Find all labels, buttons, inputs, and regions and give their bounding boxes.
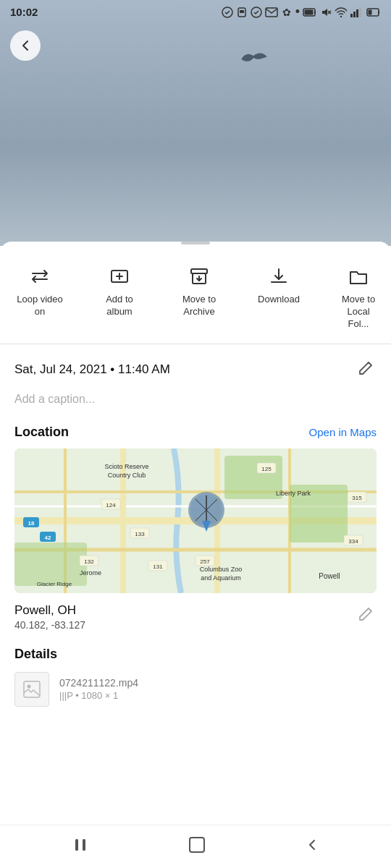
date-value: Sat, Jul 24, 2021 <box>14 362 107 376</box>
pause-icon <box>71 835 90 854</box>
svg-text:Powell: Powell <box>319 572 340 580</box>
map-svg: 18 42 124 133 132 257 131 125 315 334 <box>14 448 377 593</box>
svg-text:131: 131 <box>153 563 163 570</box>
location-coords: 40.182, -83.127 <box>14 619 85 631</box>
loop-video-icon <box>27 263 53 289</box>
map-container[interactable]: 18 42 124 133 132 257 131 125 315 334 <box>14 448 377 593</box>
details-section: Details 0724211122.mp4 |||P • 1080 × 1 <box>0 631 391 707</box>
svg-rect-11 <box>350 14 353 17</box>
location-section: Location Open in Maps <box>0 412 391 631</box>
status-bar: 10:02 ✿ • <box>0 0 391 24</box>
svg-point-72 <box>28 684 31 688</box>
bottom-nav <box>0 825 391 868</box>
move-local-label: Move toLocalFol... <box>342 294 375 331</box>
bottom-sheet: Loop videoon Add toalbum <box>0 242 391 779</box>
svg-text:18: 18 <box>28 520 35 527</box>
svg-text:125: 125 <box>261 466 272 472</box>
svg-rect-73 <box>75 839 78 851</box>
sheet-handle <box>181 242 210 244</box>
status-time: 10:02 <box>10 6 38 18</box>
check2-icon <box>251 7 262 18</box>
pencil-location-icon <box>358 606 374 622</box>
svg-text:Glacier Ridge: Glacier Ridge <box>37 581 72 587</box>
location-title: Location <box>14 425 69 440</box>
svg-text:315: 315 <box>352 495 362 501</box>
location-details: Powell, OH 40.182, -83.127 <box>14 603 377 631</box>
location-text-block: Powell, OH 40.182, -83.127 <box>14 603 85 631</box>
chevron-left-icon <box>304 837 320 853</box>
caption-placeholder[interactable]: Add a caption... <box>14 390 377 409</box>
date-row: Sat, Jul 24, 2021 • 11:40 AM <box>14 357 377 383</box>
battery-icon <box>303 8 317 17</box>
svg-rect-4 <box>266 8 277 17</box>
details-title: Details <box>14 647 377 662</box>
action-download[interactable]: Download <box>239 259 319 310</box>
svg-text:42: 42 <box>45 535 51 541</box>
home-icon <box>188 835 206 854</box>
svg-text:Jerome: Jerome <box>80 569 101 576</box>
download-label: Download <box>258 294 300 306</box>
svg-text:133: 133 <box>135 531 145 537</box>
svg-text:Scioto Reserve: Scioto Reserve <box>104 463 148 470</box>
svg-rect-34 <box>224 456 282 499</box>
signal-icon <box>350 7 363 17</box>
file-meta-full: |||P • 1080 × 1 <box>59 690 118 701</box>
svg-text:257: 257 <box>200 558 210 565</box>
action-add-to-album[interactable]: Add toalbum <box>80 259 159 323</box>
bird-silhouette-icon <box>239 52 268 67</box>
move-to-archive-label: Move toArchive <box>182 294 216 318</box>
action-move-local[interactable]: Move toLocalFol... <box>319 259 391 335</box>
move-to-archive-icon <box>186 263 212 289</box>
asterisk-icon: ✿ <box>281 7 293 18</box>
svg-point-10 <box>340 15 342 17</box>
svg-text:124: 124 <box>106 502 116 509</box>
status-icons: ✿ • <box>222 4 381 20</box>
file-info: 0724211122.mp4 |||P • 1080 × 1 <box>59 677 138 701</box>
svg-rect-74 <box>83 839 85 851</box>
open-maps-link[interactable]: Open in Maps <box>309 426 377 438</box>
svg-rect-71 <box>24 681 40 697</box>
add-to-album-label: Add toalbum <box>106 294 133 318</box>
file-name: 0724211122.mp4 <box>59 677 138 689</box>
svg-rect-16 <box>369 9 372 14</box>
loop-video-label: Loop videoon <box>17 294 63 318</box>
photo-area <box>0 0 391 246</box>
action-move-to-archive[interactable]: Move toArchive <box>159 259 239 323</box>
svg-rect-12 <box>353 12 356 17</box>
svg-rect-7 <box>305 9 314 14</box>
file-thumbnail <box>14 672 49 707</box>
home-button[interactable] <box>176 830 218 864</box>
svg-rect-13 <box>356 9 358 17</box>
date-time-text: Sat, Jul 24, 2021 • 11:40 AM <box>14 362 170 377</box>
actions-row: Loop videoon Add toalbum <box>0 256 391 344</box>
pause-button[interactable] <box>59 830 101 864</box>
move-local-folder-icon <box>345 263 371 289</box>
svg-text:Columbus Zoo: Columbus Zoo <box>200 566 243 573</box>
svg-text:Country Club: Country Club <box>108 472 146 479</box>
svg-text:132: 132 <box>84 558 94 565</box>
time-value: 11:40 AM <box>118 362 170 376</box>
edit-date-button[interactable] <box>355 357 377 383</box>
sim-icon <box>236 7 248 18</box>
download-icon <box>266 263 292 289</box>
mute-icon <box>320 7 332 18</box>
file-meta: |||P • 1080 × 1 <box>59 690 138 701</box>
checkmark-icon <box>222 7 233 18</box>
location-city: Powell, OH <box>14 603 85 618</box>
svg-text:Liberty Park: Liberty Park <box>276 490 311 497</box>
svg-rect-75 <box>190 838 204 852</box>
back-nav-button[interactable] <box>293 831 332 863</box>
file-row: 0724211122.mp4 |||P • 1080 × 1 <box>14 672 377 707</box>
metadata-section: Sat, Jul 24, 2021 • 11:40 AM Add a capti… <box>0 344 391 412</box>
wifi-icon <box>335 7 348 17</box>
svg-rect-2 <box>240 10 244 13</box>
action-loop-video[interactable]: Loop videoon <box>0 259 80 323</box>
battery2-icon <box>366 8 381 17</box>
add-to-album-icon <box>106 263 133 289</box>
svg-text:and Aquarium: and Aquarium <box>201 574 241 582</box>
back-button[interactable] <box>10 30 41 61</box>
mail-icon <box>265 7 278 17</box>
svg-rect-36 <box>14 542 87 586</box>
edit-location-button[interactable] <box>355 603 377 629</box>
svg-text:334: 334 <box>348 538 358 545</box>
